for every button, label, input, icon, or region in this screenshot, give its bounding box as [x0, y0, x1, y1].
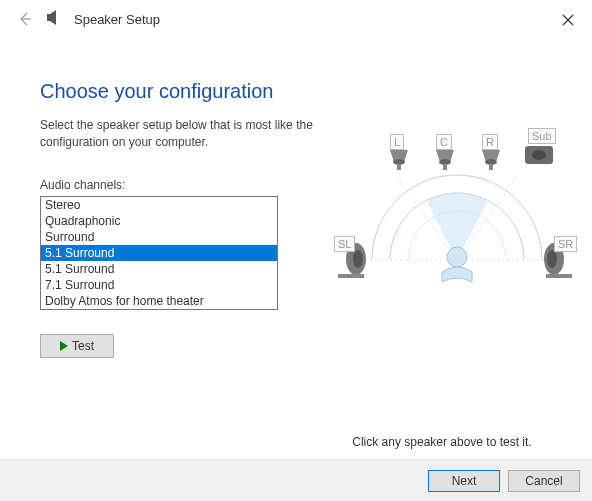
cancel-button[interactable]: Cancel: [508, 470, 580, 492]
speaker-label-C: C: [436, 134, 452, 150]
channel-option[interactable]: 7.1 Surround: [41, 277, 277, 293]
speaker-center[interactable]: C: [432, 148, 458, 177]
test-button-label: Test: [72, 339, 94, 353]
svg-rect-12: [443, 164, 447, 170]
channels-label: Audio channels:: [40, 178, 330, 192]
play-icon: [60, 341, 68, 351]
svg-marker-1: [50, 10, 56, 25]
subwoofer-icon: [522, 140, 556, 168]
close-button[interactable]: [556, 8, 580, 32]
channel-option[interactable]: Dolby Atmos for home theater: [41, 293, 277, 309]
right-column: L C R: [330, 58, 552, 358]
hint-text: Click any speaker above to test it.: [332, 435, 552, 449]
svg-rect-23: [546, 274, 572, 278]
speaker-label-SL: SL: [334, 236, 355, 252]
window-title: Speaker Setup: [74, 12, 160, 27]
channel-option[interactable]: Surround: [41, 229, 277, 245]
svg-point-22: [547, 250, 557, 268]
footer: Next Cancel: [0, 459, 592, 501]
speaker-icon: [46, 10, 66, 29]
channel-option[interactable]: Stereo: [41, 197, 277, 213]
svg-rect-0: [47, 14, 50, 21]
svg-point-2: [447, 247, 467, 267]
test-button[interactable]: Test: [40, 334, 114, 358]
audio-channels-listbox[interactable]: StereoQuadraphonicSurround5.1 Surround5.…: [40, 196, 278, 310]
content-area: Choose your configuration Select the spe…: [0, 38, 592, 358]
speaker-subwoofer[interactable]: Sub: [522, 140, 556, 171]
svg-point-19: [353, 250, 363, 268]
close-icon: [562, 14, 574, 26]
svg-rect-9: [397, 164, 401, 170]
page-heading: Choose your configuration: [40, 80, 330, 103]
speaker-top-icon: [478, 148, 504, 174]
channel-option[interactable]: Quadraphonic: [41, 213, 277, 229]
channel-option[interactable]: 5.1 Surround: [41, 261, 277, 277]
speaker-front-left[interactable]: L: [386, 148, 412, 177]
speaker-label-L: L: [390, 134, 404, 150]
left-column: Choose your configuration Select the spe…: [40, 58, 330, 358]
description: Select the speaker setup below that is m…: [40, 117, 330, 152]
speaker-side-left[interactable]: SL: [336, 238, 368, 283]
speaker-top-icon: [432, 148, 458, 174]
speaker-diagram: L C R: [342, 122, 572, 332]
speaker-label-Sub: Sub: [528, 128, 556, 144]
svg-point-17: [532, 150, 546, 160]
titlebar: Speaker Setup: [0, 0, 592, 38]
back-button[interactable]: [14, 8, 36, 30]
speaker-front-right[interactable]: R: [478, 148, 504, 177]
svg-rect-20: [338, 274, 364, 278]
speaker-label-SR: SR: [554, 236, 577, 252]
speaker-label-R: R: [482, 134, 498, 150]
speaker-side-right[interactable]: SR: [542, 238, 574, 283]
next-button[interactable]: Next: [428, 470, 500, 492]
speaker-top-icon: [386, 148, 412, 174]
channel-option[interactable]: 5.1 Surround: [41, 245, 277, 261]
back-arrow-icon: [17, 11, 33, 27]
svg-rect-15: [489, 164, 493, 170]
